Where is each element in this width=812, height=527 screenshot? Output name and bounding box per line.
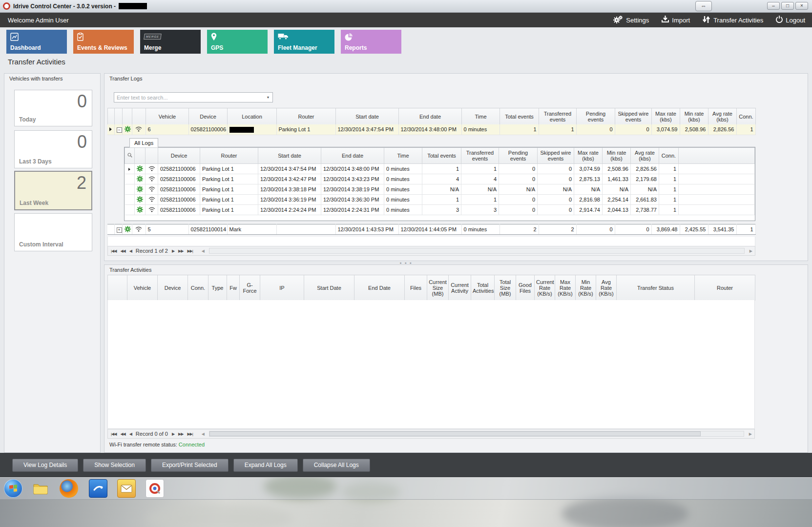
cell-conn[interactable]: 1: [659, 174, 679, 184]
gear-icon[interactable]: [122, 124, 132, 135]
col-device[interactable]: Device: [158, 148, 200, 164]
cell-transferred-events[interactable]: 1: [539, 124, 576, 135]
cell-location[interactable]: [227, 124, 276, 135]
col-conn[interactable]: Conn.: [659, 148, 679, 164]
cell-total-events[interactable]: 1: [422, 195, 461, 205]
table-row[interactable]: 025821100006 Parking Lot 1 12/30/2014 3:…: [125, 174, 755, 184]
card-last-week[interactable]: 2 Last Week: [14, 171, 92, 210]
col-start-date[interactable]: Start date: [258, 148, 321, 164]
col-total-activities[interactable]: Total Activities: [471, 275, 495, 301]
view-log-details-button[interactable]: View Log Details: [12, 459, 78, 472]
export-print-selected-button[interactable]: Export/Print Selected: [151, 459, 229, 472]
taskbar-icon-media-app[interactable]: [146, 479, 164, 498]
col-pending-events[interactable]: Pending events: [577, 108, 615, 125]
resize-panel-button[interactable]: ⇔: [695, 1, 712, 11]
nav-prev-page-icon[interactable]: ◀◀: [120, 432, 125, 436]
start-button[interactable]: [4, 479, 22, 498]
col-pending-events[interactable]: Pending events: [499, 148, 538, 164]
nav-next-page-icon[interactable]: ▶▶: [178, 432, 183, 436]
col-max-rate[interactable]: Max Rate (KB/s): [555, 275, 576, 301]
col-transfer-status[interactable]: Transfer Status: [617, 275, 695, 301]
col-ip[interactable]: IP: [260, 275, 304, 301]
col-transferred-events[interactable]: Transferred events: [539, 108, 577, 125]
cell-max-rate[interactable]: 3,074.59: [574, 164, 603, 174]
tab-merge[interactable]: MERGE Merge: [140, 30, 201, 54]
cell-skipped-wire-events[interactable]: 0: [538, 164, 574, 174]
cell-skipped-wire-events[interactable]: N/A: [538, 184, 574, 195]
cell-conn[interactable]: 1: [659, 164, 679, 174]
cell-start-date[interactable]: 12/30/2014 3:47:54 PM: [335, 124, 398, 135]
cell-pending-events[interactable]: 0: [576, 224, 615, 235]
cell-pending-events[interactable]: 0: [576, 124, 615, 135]
logout-button[interactable]: Logout: [776, 16, 805, 24]
cell-max-rate[interactable]: 3,869.48: [651, 224, 680, 235]
cell-pending-events[interactable]: 0: [499, 205, 538, 215]
horizontal-scrollbar[interactable]: [209, 431, 744, 437]
cell-end-date[interactable]: 12/30/2014 3:43:23 PM: [321, 174, 384, 184]
close-button[interactable]: ×: [795, 2, 808, 10]
cell-skipped-wire-events[interactable]: 0: [615, 124, 651, 135]
col-current-activity[interactable]: Current Activity: [449, 275, 471, 301]
cell-router[interactable]: Parking Lot 1: [276, 124, 335, 135]
cell-location[interactable]: Mark: [227, 224, 276, 235]
col-conn[interactable]: Conn.: [737, 108, 756, 125]
chevron-down-icon[interactable]: ▼: [264, 93, 272, 102]
cell-vehicle[interactable]: 6: [146, 124, 188, 135]
cell-avg-rate[interactable]: 2,179.68: [631, 174, 659, 184]
cell-conn[interactable]: 1: [736, 224, 755, 235]
settings-button[interactable]: Settings: [613, 16, 649, 25]
cell-min-rate[interactable]: 2,425.55: [680, 224, 708, 235]
scrollbar-thumb[interactable]: [209, 431, 701, 436]
col-min-rate[interactable]: Min rate (kbs): [603, 148, 631, 164]
nav-prev-icon[interactable]: ◀: [129, 432, 132, 436]
cell-pending-events[interactable]: 0: [499, 195, 538, 205]
col-router[interactable]: Router: [200, 148, 258, 164]
col-transferred-events[interactable]: Transferred events: [461, 148, 499, 164]
tab-dashboard[interactable]: Dashboard: [6, 30, 67, 54]
cell-transferred-events[interactable]: 2: [539, 224, 576, 235]
nav-first-icon[interactable]: |◀◀: [111, 432, 116, 436]
cell-router[interactable]: Parking Lot 1: [200, 195, 258, 205]
col-start-date[interactable]: Start Date: [304, 275, 354, 301]
col-max-rate[interactable]: Max rate (kbs): [574, 148, 603, 164]
cell-router[interactable]: Parking Lot 1: [200, 164, 258, 174]
cell-avg-rate[interactable]: 2,826.56: [708, 124, 736, 135]
cell-time[interactable]: 0 minutes: [384, 164, 422, 174]
col-device[interactable]: Device: [189, 108, 228, 125]
cell-router[interactable]: [276, 224, 335, 235]
cell-start-date[interactable]: 12/30/2014 1:43:53 PM: [335, 224, 398, 235]
cell-start-date[interactable]: 12/30/2014 2:24:24 PM: [258, 205, 321, 215]
gear-icon[interactable]: [135, 195, 146, 205]
cell-total-events[interactable]: 1: [500, 124, 539, 135]
cell-avg-rate[interactable]: N/A: [631, 184, 659, 195]
nav-prev-icon[interactable]: ◀: [129, 249, 132, 253]
col-end-date[interactable]: End Date: [354, 275, 405, 301]
col-router[interactable]: Router: [695, 275, 755, 301]
col-time[interactable]: Time: [462, 108, 500, 125]
cell-max-rate[interactable]: 3,074.59: [651, 124, 680, 135]
card-custom-interval[interactable]: Custom Interval: [14, 213, 92, 251]
maximize-button[interactable]: □: [781, 2, 794, 10]
table-row[interactable]: 025821100006 Parking Lot 1 12/30/2014 2:…: [125, 205, 755, 215]
cell-device[interactable]: 025821100006: [158, 174, 200, 184]
cell-max-rate[interactable]: 2,816.98: [574, 195, 603, 205]
nav-next-page-icon[interactable]: ▶▶: [178, 249, 183, 253]
table-row[interactable]: − 6 025821100006 Parking Lot 1 12/30/201…: [107, 124, 755, 135]
cell-end-date[interactable]: 12/30/2014 3:48:00 PM: [321, 164, 384, 174]
col-vehicle[interactable]: Vehicle: [127, 275, 158, 301]
cell-vehicle[interactable]: 5: [146, 224, 188, 235]
col-time[interactable]: Time: [384, 148, 422, 164]
cell-transferred-events[interactable]: 4: [461, 174, 499, 184]
col-skipped-wire-events[interactable]: Skipped wire events: [615, 108, 652, 125]
cell-max-rate[interactable]: N/A: [574, 184, 603, 195]
tab-gps[interactable]: GPS: [207, 30, 268, 54]
cell-skipped-wire-events[interactable]: 0: [538, 195, 574, 205]
cell-time[interactable]: 0 minutes: [384, 205, 422, 215]
collapse-all-logs-button[interactable]: Collapse All Logs: [303, 459, 370, 472]
cell-pending-events[interactable]: 0: [499, 174, 538, 184]
cell-start-date[interactable]: 12/30/2014 3:38:18 PM: [258, 184, 321, 195]
taskbar-icon-firefox[interactable]: [60, 479, 78, 498]
cell-end-date[interactable]: 12/30/2014 3:36:30 PM: [321, 195, 384, 205]
nav-next-icon[interactable]: ▶: [172, 249, 174, 253]
cell-skipped-wire-events[interactable]: 0: [615, 224, 651, 235]
